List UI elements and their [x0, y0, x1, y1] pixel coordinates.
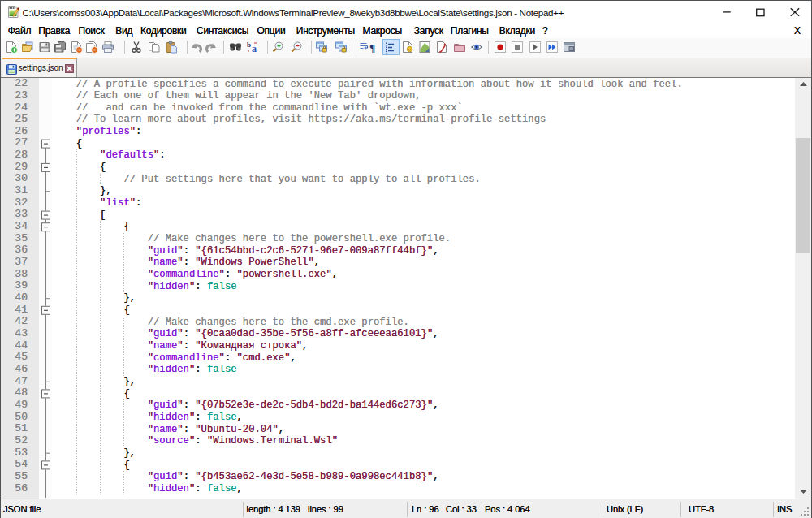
- svg-text:a: a: [252, 43, 257, 54]
- svg-text:¶: ¶: [369, 41, 375, 54]
- svg-text:b: b: [247, 41, 251, 49]
